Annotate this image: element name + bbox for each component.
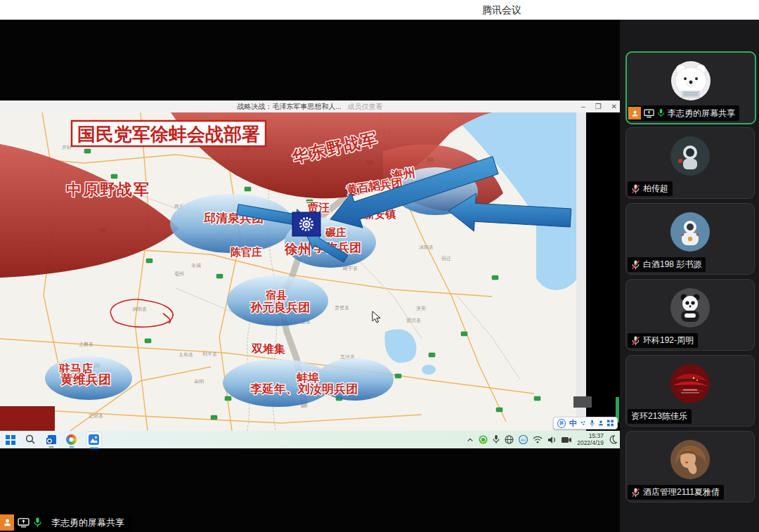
participants-sidebar[interactable]: 李志勇的屏幕共享 柏传超 <box>620 20 759 532</box>
taskbar-search-button[interactable] <box>25 434 37 446</box>
label-suxian: 宿县 <box>265 289 287 301</box>
clock-date: 2022/4/19 <box>577 440 604 447</box>
minimize-button[interactable]: – <box>581 101 585 112</box>
label-sun-corps: 孙元良兵团 <box>249 301 310 314</box>
slide-outside-area <box>586 112 620 431</box>
tray-camera-icon[interactable] <box>562 436 572 443</box>
participant-namebar: 资环213陈佳乐 <box>628 409 692 424</box>
participant-tile[interactable]: 李志勇的屏幕共享 <box>625 51 756 124</box>
participant-namebar: 环科192-周明 <box>628 333 698 348</box>
mic-muted-icon <box>631 488 640 498</box>
slide-headline-text: 国民党军徐蚌会战部署 <box>77 124 260 145</box>
taskbar-active-app[interactable] <box>86 432 102 448</box>
avatar-red-flag <box>670 364 710 403</box>
label-central-field-army: 中原野战军 <box>66 181 150 198</box>
tray-green-app-icon[interactable] <box>479 435 488 444</box>
search-icon <box>25 434 36 445</box>
participant-name: 白酒198 彭书源 <box>643 259 701 271</box>
avatar-portrait-photo <box>670 440 710 479</box>
shared-desktop: 战略决战：毛泽东军事思想和人... 成员仅查看 – ❐ ✕ <box>0 100 620 448</box>
running-indicator <box>48 446 53 448</box>
map-county-label: 开封 <box>62 145 72 150</box>
presentation-title: 战略决战：毛泽东军事思想和人... 成员仅查看 <box>0 102 620 112</box>
participant-namebar: 酒店管理2111夏雅倩 <box>628 485 724 500</box>
ime-pinyin-icon[interactable]: 拼 <box>557 419 566 428</box>
participant-tile[interactable]: 环科192-周明 <box>625 279 755 351</box>
highway-shield-marker <box>496 408 502 412</box>
label-liliu-corps: 李延年、刘汝明兵团 <box>249 382 358 396</box>
avatar-polar-bear <box>671 61 711 100</box>
participant-name: 资环213陈佳乐 <box>631 410 687 422</box>
highway-shield-marker <box>534 396 540 401</box>
tray-wifi-icon[interactable] <box>533 436 543 443</box>
participant-tile[interactable]: 资环213陈佳乐 <box>625 355 755 427</box>
participant-name: 酒店管理2111夏雅倩 <box>643 486 720 498</box>
ime-toolbar[interactable]: 拼 中 <box>553 417 618 429</box>
mic-muted-icon <box>631 336 640 346</box>
map-county-label: 灵璧县 <box>335 305 349 311</box>
screen-share-icon <box>18 518 30 528</box>
start-button[interactable] <box>4 434 16 446</box>
gray-ui-box <box>573 396 592 408</box>
participant-name: 李志勇的屏幕共享 <box>668 108 735 119</box>
active-indicator <box>90 448 98 449</box>
highway-shield-marker <box>429 353 435 357</box>
label-nianzhuang: 碾庄 <box>325 226 346 238</box>
highway-shield-marker <box>84 149 91 153</box>
participant-tile[interactable]: 白酒198 彭书源 <box>625 203 755 275</box>
map-county-label: 阜阳 <box>194 379 204 384</box>
restore-button[interactable]: ❐ <box>595 101 602 112</box>
ime-tools-icon[interactable] <box>580 420 586 427</box>
screen-share-icon <box>644 109 654 118</box>
label-chenguanzhuang: 陈官庄 <box>231 246 262 258</box>
tray-globe-icon[interactable] <box>505 435 514 444</box>
label-shuangduiji: 双堆集 <box>251 343 285 355</box>
avatar-astronaut-blue <box>670 212 710 252</box>
tray-blue-badge-icon[interactable]: AU <box>519 435 528 444</box>
map-county-label: 亳州 <box>174 271 184 276</box>
tray-chevron-up-icon[interactable] <box>467 436 474 443</box>
highway-shield-marker <box>146 259 153 263</box>
highway-shield-marker <box>145 339 151 343</box>
slide-scroll-gutter[interactable] <box>576 112 586 431</box>
ime-mode-toggle[interactable]: 中 <box>569 417 577 429</box>
photos-app-icon <box>89 434 99 445</box>
presentation-badge: 成员仅查看 <box>348 103 383 110</box>
tray-mic-icon[interactable] <box>493 435 500 444</box>
highway-shield-marker <box>211 415 217 420</box>
highway-shield-marker <box>225 396 231 401</box>
map-county-label: 宿迁 <box>441 255 451 261</box>
sharer-role-icon <box>628 107 641 119</box>
map-county-label: 泗洪县 <box>406 318 421 323</box>
highway-shield-marker <box>111 174 117 179</box>
close-button[interactable]: ✕ <box>611 101 617 112</box>
meeting-window: 腾讯会议 战略决战：毛泽东军事思想和人... 成员仅查看 – ❐ ✕ <box>0 0 759 532</box>
presentation-titlebar: 战略决战：毛泽东军事思想和人... 成员仅查看 – ❐ ✕ <box>0 100 620 113</box>
tray-moon-icon[interactable] <box>609 435 617 444</box>
taskbar-browser-app[interactable] <box>65 434 77 446</box>
mic-muted-icon <box>631 260 640 270</box>
highway-shield-marker <box>245 187 251 191</box>
taskbar-mail-app[interactable] <box>45 434 57 446</box>
participant-name: 环科192-周明 <box>643 335 694 346</box>
label-huangwei-corps: 黄维兵团 <box>60 372 111 387</box>
participant-namebar: 李志勇的屏幕共享 <box>628 105 739 121</box>
map-county-label: 正阳县 <box>89 413 103 419</box>
participant-namebar: 柏传超 <box>628 181 673 196</box>
app-title: 腾讯会议 <box>482 4 521 17</box>
ime-user-icon[interactable] <box>598 420 604 427</box>
ime-mic-icon[interactable] <box>590 420 595 427</box>
participant-name: 柏传超 <box>643 183 668 195</box>
browser-icon <box>66 434 77 445</box>
lake-small <box>422 365 436 375</box>
slide-area: 开封商丘临沭县郯城沭阳县宿迁睢宁县灵璧县泗洪县淮安五河县永城亳州利辛县上蔡县太和… <box>0 112 620 431</box>
participant-namebar: 白酒198 彭书源 <box>628 257 706 272</box>
mic-on-icon <box>657 108 665 118</box>
ime-keyboard-icon[interactable] <box>607 420 614 427</box>
participant-tile[interactable]: 柏传超 <box>625 127 755 199</box>
tray-clock[interactable]: 15:37 2022/4/19 <box>577 433 604 447</box>
tray-speaker-icon[interactable] <box>547 436 557 444</box>
os-top-bar: 腾讯会议 <box>0 0 759 20</box>
map-county-label: 淮安 <box>416 306 426 311</box>
participant-tile[interactable]: 酒店管理2111夏雅倩 <box>625 431 755 502</box>
